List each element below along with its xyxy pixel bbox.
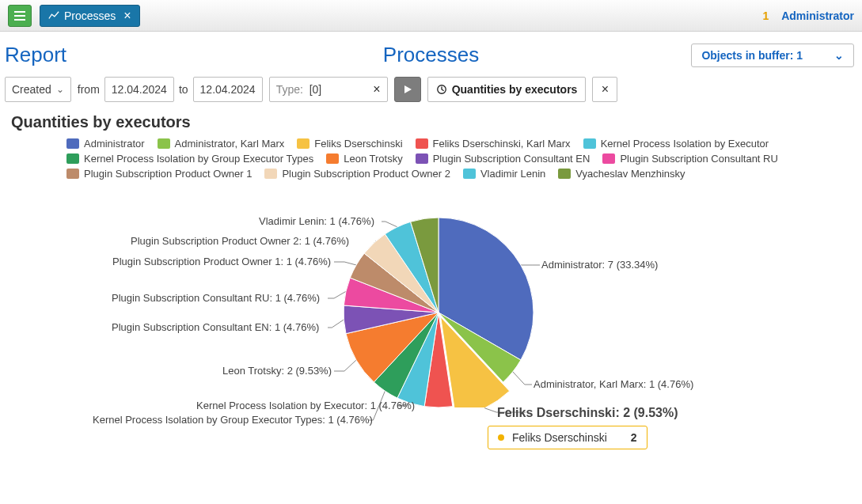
tab-processes[interactable]: Processes × [40, 5, 140, 27]
chart-title: Quantities by executors [11, 113, 851, 131]
legend-item[interactable]: Plugin Subscription Product Owner 1 [66, 168, 252, 180]
slice-label: Administrator, Karl Marx: 1 (4.76%) [534, 378, 693, 390]
legend-item[interactable]: Plugin Subscription Product Owner 2 [264, 168, 450, 180]
pie-chart[interactable] [344, 218, 534, 407]
slice-label: Leon Trotsky: 2 (9.53%) [222, 365, 332, 377]
chart-line-icon [48, 10, 59, 21]
title-bar: Report Processes Objects in buffer: 1 ⌄ [0, 32, 862, 77]
tab-label: Processes [64, 9, 116, 22]
slice-label: Vladimir Lenin: 1 (4.76%) [259, 215, 374, 227]
slice-label: Kernel Process Isolation by Executor: 1 … [196, 400, 415, 411]
legend-item[interactable]: Vyacheslav Menzhinsky [558, 168, 685, 180]
type-filter[interactable]: Type: [0] × [269, 77, 388, 102]
slice-label: Plugin Subscription Product Owner 2: 1 (… [131, 235, 349, 247]
buffer-button[interactable]: Objects in buffer: 1 ⌄ [691, 44, 854, 67]
legend-item[interactable]: Kernel Process Isolation by Executor [583, 138, 769, 150]
slice-label: Administrator: 7 (33.34%) [541, 259, 658, 271]
chart-area: Administrator: 7 (33.34%) Administrator,… [11, 194, 850, 479]
created-select[interactable]: Created ⌄ [5, 77, 71, 102]
close-icon: × [602, 82, 609, 97]
slice-label-highlight: Feliks Dserschinski: 2 (9.53%) [497, 406, 678, 420]
close-icon[interactable]: × [123, 9, 131, 23]
from-label: from [78, 83, 100, 96]
legend-item[interactable]: Vladimir Lenin [463, 168, 545, 180]
page-title: Processes [383, 43, 479, 67]
slice-label: Plugin Subscription Product Owner 1: 1 (… [112, 256, 331, 267]
legend-item[interactable]: Leon Trotsky [326, 153, 402, 165]
report-link[interactable]: Report [3, 43, 66, 67]
legend-item[interactable]: Feliks Dserschinski [297, 138, 402, 150]
date-to-input[interactable]: 12.04.2024 [193, 77, 263, 102]
chevron-down-icon: ⌄ [56, 84, 64, 95]
legend-item[interactable]: Administrator [66, 138, 145, 150]
legend: AdministratorAdministrator, Karl MarxFel… [11, 138, 851, 186]
legend-item[interactable]: Plugin Subscription Consultant EN [416, 153, 590, 165]
main-menu-button[interactable] [8, 5, 32, 27]
legend-item[interactable]: Kernel Process Isolation by Group Execut… [66, 153, 313, 165]
clock-icon [436, 84, 447, 95]
remove-tag-button[interactable]: × [592, 77, 617, 102]
svg-marker-0 [404, 85, 412, 93]
user-link[interactable]: Administrator [781, 9, 854, 22]
close-icon[interactable]: × [373, 82, 380, 97]
legend-item[interactable]: Plugin Subscription Consultant RU [602, 153, 777, 165]
legend-item[interactable]: Administrator, Karl Marx [158, 138, 285, 150]
quantities-tag[interactable]: Quantities by executors [427, 77, 587, 102]
chart-section: Quantities by executors AdministratorAdm… [0, 113, 862, 479]
chevron-down-icon: ⌄ [834, 49, 844, 62]
date-from-input[interactable]: 12.04.2024 [104, 77, 174, 102]
run-button[interactable] [394, 77, 421, 102]
top-bar: Processes × 1 Administrator [0, 0, 862, 32]
tooltip-value: 2 [631, 431, 637, 444]
play-icon [403, 85, 412, 94]
user-badge-count: 1 [762, 9, 769, 22]
buffer-label: Objects in buffer: 1 [701, 49, 803, 62]
chart-tooltip: Feliks Dserschinski 2 [488, 426, 647, 449]
tooltip-name: Feliks Dserschinski [512, 431, 607, 444]
created-label: Created [12, 83, 51, 96]
slice-label: Plugin Subscription Consultant EN: 1 (4.… [112, 321, 319, 333]
to-label: to [179, 83, 188, 96]
filter-bar: Created ⌄ from 12.04.2024 to 12.04.2024 … [0, 77, 862, 110]
dot-icon [498, 434, 504, 441]
slice-label: Kernel Process Isolation by Group Execut… [93, 414, 373, 426]
slice-label: Plugin Subscription Consultant RU: 1 (4.… [112, 292, 320, 304]
legend-item[interactable]: Feliks Dserschinski, Karl Marx [416, 138, 571, 150]
